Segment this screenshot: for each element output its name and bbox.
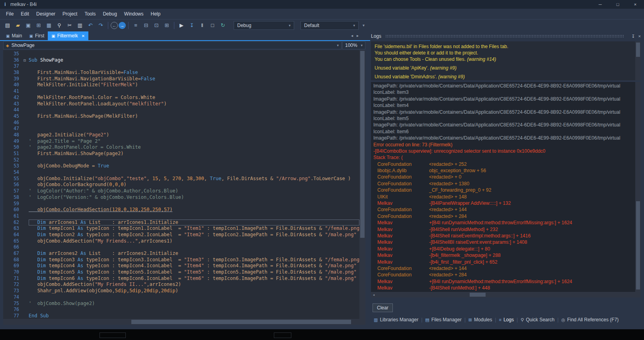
run-icon[interactable]: ▶: [177, 21, 186, 30]
line-number[interactable]: 52: [3, 157, 21, 163]
line-number[interactable]: 41: [3, 88, 21, 95]
menu-file[interactable]: File: [2, 10, 17, 18]
line-number[interactable]: 69: [3, 263, 21, 269]
layout-grid-icon[interactable]: ⊞: [162, 21, 172, 30]
line-number[interactable]: 51: [3, 151, 21, 157]
line-number[interactable]: 73: [3, 288, 21, 294]
find-icon[interactable]: ⚲: [55, 21, 64, 30]
scrollbar-thumb[interactable]: [636, 201, 640, 289]
new-file-icon[interactable]: ▤: [3, 21, 12, 30]
tab-scroll-right-icon[interactable]: ▸: [357, 33, 359, 38]
zoom-dropdown[interactable]: 100% ▾: [342, 41, 365, 49]
line-number[interactable]: 65: [3, 238, 21, 245]
line-number[interactable]: 61: [3, 213, 21, 220]
stop-icon[interactable]: □: [208, 21, 217, 30]
members-list-icon[interactable]: ≡: [131, 21, 141, 30]
line-number[interactable]: 48: [3, 132, 21, 138]
quick-search-tab[interactable]: ⚲Quick Search: [518, 317, 557, 323]
line-number[interactable]: 39: [3, 76, 21, 82]
line-number[interactable]: 49: [3, 138, 21, 145]
find-references-tab[interactable]: ◎Find All References (F7): [558, 317, 621, 323]
scrollbar-thumb[interactable]: [470, 293, 486, 297]
line-number[interactable]: 66: [3, 244, 21, 251]
logs-tab[interactable]: ≡Logs: [496, 317, 517, 323]
scrollbar-thumb[interactable]: [360, 51, 365, 238]
code-editor[interactable]: 3536⊟Sub ShowPage3738 First.MainNavi.Too…: [3, 50, 365, 325]
line-number[interactable]: 53: [3, 163, 21, 169]
scrollbar-thumb[interactable]: [636, 43, 640, 57]
line-number[interactable]: 72: [3, 282, 21, 288]
cut-icon[interactable]: ✂: [65, 21, 74, 30]
close-icon[interactable]: ×: [626, 0, 644, 9]
pause-icon[interactable]: ‖: [197, 21, 207, 30]
close-panel-icon[interactable]: ×: [638, 34, 641, 39]
line-number[interactable]: 64: [3, 232, 21, 238]
line-number[interactable]: 76: [3, 307, 21, 313]
line-number[interactable]: 50: [3, 144, 21, 151]
outline-icon[interactable]: ⊟: [141, 21, 151, 30]
close-tab-icon[interactable]: ✕: [82, 34, 85, 38]
modules-tab[interactable]: ⊞Modules: [466, 317, 495, 323]
line-number[interactable]: 67: [3, 251, 21, 257]
save-icon[interactable]: ▣: [23, 21, 33, 30]
minimize-icon[interactable]: ─: [591, 0, 609, 9]
line-number[interactable]: 37: [3, 63, 21, 70]
symbol-dropdown[interactable]: ◈ ShowPage ▾: [3, 41, 342, 49]
line-number[interactable]: 59: [3, 201, 21, 207]
line-number[interactable]: 40: [3, 82, 21, 88]
menu-help[interactable]: Help: [147, 10, 164, 18]
tab-main[interactable]: ▣Main: [2, 31, 25, 40]
navigate-back-icon[interactable]: ←: [111, 22, 118, 29]
profile-dropdown[interactable]: Default ▾: [301, 21, 359, 30]
scrollbar-thumb[interactable]: [131, 320, 351, 324]
tab-first[interactable]: ▣First: [25, 31, 48, 40]
line-number[interactable]: 62: [3, 220, 21, 226]
line-number[interactable]: 60: [3, 207, 21, 213]
clear-logs-button[interactable]: Clear: [373, 303, 393, 312]
export-icon[interactable]: ▦: [44, 21, 54, 30]
pin-icon[interactable]: ↧: [631, 34, 635, 39]
log-horizontal-scrollbar[interactable]: ◂: [371, 292, 635, 297]
libraries-manager-tab[interactable]: ▥Libraries Manager: [371, 317, 421, 323]
line-number[interactable]: 70: [3, 269, 21, 276]
line-number[interactable]: 36: [3, 57, 21, 64]
menu-windows[interactable]: Windows: [121, 10, 147, 18]
line-number[interactable]: 68: [3, 257, 21, 263]
navigate-forward-icon[interactable]: →: [119, 22, 126, 29]
toolbar-overflow-icon[interactable]: ▾: [363, 23, 365, 27]
tab-filtermelk[interactable]: ▣Filtermelk✕: [48, 31, 88, 40]
warnings-list[interactable]: File 'sidemenu.bil' in Files folder was …: [371, 41, 641, 80]
line-number[interactable]: 35: [3, 51, 21, 57]
line-number[interactable]: 46: [3, 120, 21, 126]
files-manager-tab[interactable]: ▤Files Manager: [422, 317, 464, 323]
line-number[interactable]: 42: [3, 95, 21, 101]
menu-project[interactable]: Project: [59, 10, 81, 18]
tab-scroll-left-icon[interactable]: ◂: [351, 33, 353, 38]
line-number[interactable]: 47: [3, 126, 21, 132]
line-number[interactable]: 56: [3, 182, 21, 188]
editor-vertical-scrollbar[interactable]: [359, 50, 365, 319]
menu-designer[interactable]: Designer: [33, 10, 59, 18]
designer-icon[interactable]: ⊡: [152, 21, 161, 30]
scroll-left-icon[interactable]: ◂: [371, 293, 377, 297]
menu-tools[interactable]: Tools: [81, 10, 99, 18]
step-icon[interactable]: ↧: [187, 21, 197, 30]
line-number[interactable]: 63: [3, 225, 21, 232]
logs-panel-header[interactable]: Logs ↧ ×: [371, 33, 641, 40]
line-number[interactable]: 71: [3, 276, 21, 282]
restart-icon[interactable]: ↻: [218, 21, 228, 30]
copy-icon[interactable]: ▥: [75, 21, 85, 30]
line-number[interactable]: 75: [3, 301, 21, 307]
line-number[interactable]: 54: [3, 169, 21, 176]
build-configuration-dropdown[interactable]: Debug ▾: [234, 21, 294, 30]
line-number[interactable]: 38: [3, 70, 21, 76]
menu-debug[interactable]: Debug: [99, 10, 120, 18]
undo-icon[interactable]: ↶: [86, 21, 95, 30]
log-vertical-scrollbar[interactable]: [635, 82, 641, 292]
line-number[interactable]: 74: [3, 294, 21, 301]
line-number[interactable]: 77: [3, 313, 21, 319]
line-number[interactable]: 58: [3, 194, 21, 201]
warnings-scrollbar[interactable]: [635, 41, 641, 80]
save-all-icon[interactable]: ⊞: [34, 21, 43, 30]
line-number[interactable]: 55: [3, 176, 21, 182]
